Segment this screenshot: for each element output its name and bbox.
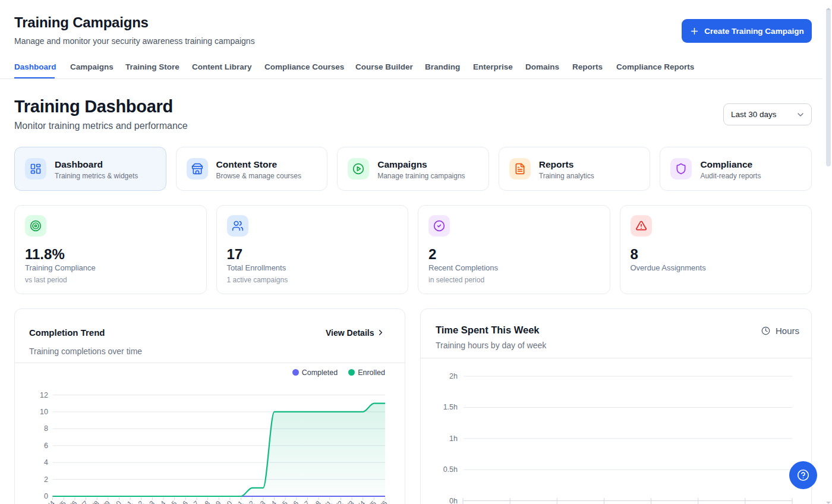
svg-text:2/9: 2/9 bbox=[99, 499, 112, 504]
svg-text:0h: 0h bbox=[449, 497, 458, 504]
svg-text:1h: 1h bbox=[449, 434, 458, 443]
svg-text:3/4: 3/4 bbox=[354, 499, 367, 504]
svg-text:1.5h: 1.5h bbox=[443, 403, 458, 411]
svg-text:2/8: 2/8 bbox=[88, 499, 101, 504]
svg-text:4: 4 bbox=[44, 458, 48, 467]
svg-text:2: 2 bbox=[44, 475, 48, 484]
svg-text:12: 12 bbox=[40, 391, 48, 399]
svg-text:0: 0 bbox=[44, 492, 48, 500]
svg-text:3/3: 3/3 bbox=[343, 499, 356, 504]
svg-text:2h: 2h bbox=[449, 372, 458, 380]
svg-text:0.5h: 0.5h bbox=[443, 465, 458, 474]
svg-text:2/6: 2/6 bbox=[66, 499, 79, 504]
svg-text:8: 8 bbox=[44, 424, 48, 433]
svg-text:10: 10 bbox=[40, 408, 48, 416]
svg-text:3/5: 3/5 bbox=[365, 499, 378, 504]
svg-text:2/7: 2/7 bbox=[77, 499, 90, 504]
svg-text:3/1: 3/1 bbox=[321, 499, 334, 504]
svg-text:6: 6 bbox=[44, 442, 48, 450]
svg-text:3/6: 3/6 bbox=[376, 499, 389, 504]
svg-text:3/2: 3/2 bbox=[332, 499, 345, 504]
svg-text:2/5: 2/5 bbox=[55, 499, 68, 504]
